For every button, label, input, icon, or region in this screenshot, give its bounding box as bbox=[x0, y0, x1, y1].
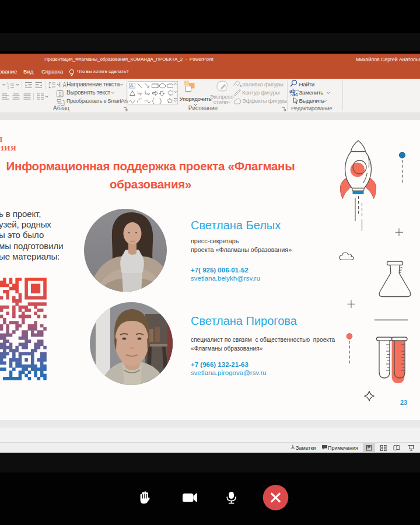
svg-text:Редактирование: Редактирование bbox=[291, 105, 332, 111]
svg-text:Заливка фигуры: Заливка фигуры bbox=[242, 81, 284, 88]
svg-text:Эффекты фигуры: Эффекты фигуры bbox=[242, 97, 288, 104]
svg-text:Упорядочить: Упорядочить bbox=[180, 96, 212, 102]
svg-text:Направление текста: Направление текста bbox=[66, 81, 120, 88]
svg-text:Заменить: Заменить bbox=[299, 89, 324, 96]
svg-text:Контур фигуры: Контур фигуры bbox=[242, 89, 280, 96]
svg-text:стили: стили bbox=[214, 99, 228, 105]
svg-text:Преобразовать в SmartArt: Преобразовать в SmartArt bbox=[66, 97, 128, 104]
svg-text:Заметки: Заметки bbox=[296, 445, 316, 451]
svg-text:Выделить: Выделить bbox=[299, 97, 324, 104]
svg-text:Выровнять текст: Выровнять текст bbox=[66, 89, 110, 96]
svg-text:Найти: Найти bbox=[299, 81, 314, 88]
svg-text:Примечания: Примечания bbox=[328, 445, 358, 451]
svg-text:Абзац: Абзац bbox=[53, 105, 69, 111]
svg-text:Рисование: Рисование bbox=[188, 105, 218, 111]
